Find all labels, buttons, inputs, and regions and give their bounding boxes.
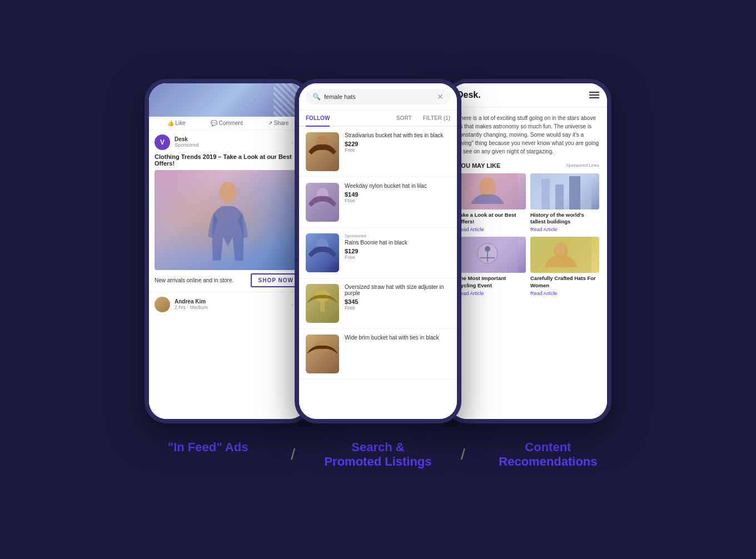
user-time: 2 hrs · Medium [175, 305, 208, 310]
product-name-1: Stradivarius bucket hat with ties in bla… [345, 132, 450, 138]
product-shipping-2: Free [345, 198, 450, 203]
svg-rect-12 [569, 176, 580, 209]
feed-user-post: Andrea Kim 2 hrs · Medium ··· [149, 292, 307, 317]
hamburger-line-2 [589, 94, 599, 96]
logo-dot: . [478, 90, 480, 99]
phone3-wrapper: Desk. There is a lot of exciting stuff g… [445, 79, 611, 423]
share-action[interactable]: ↗ Share [268, 120, 289, 126]
product-thumb-3 [306, 233, 339, 272]
product-item-3[interactable]: Sponsored Rains Boonie hat in black $129… [299, 228, 457, 278]
article-link-4[interactable]: Read Article [530, 291, 599, 296]
product-list: Stradivarius bucket hat with ties in bla… [299, 127, 457, 380]
articles-grid: Take a Look at our Best Offers! Read Art… [457, 173, 599, 296]
product-price-3: $129 [345, 248, 450, 254]
hamburger-menu[interactable] [589, 92, 599, 98]
product-price-4: $345 [345, 298, 450, 305]
svg-rect-10 [541, 179, 550, 209]
product-name-5: Wide brim bucket hat with ties in black [345, 335, 450, 341]
content-body: There is a lot of exciting stuff going o… [449, 107, 607, 303]
product-thumb-1 [306, 132, 339, 171]
product-info-2: Weekday nylon bucket hat in lilac $149 F… [345, 183, 450, 203]
phone2-wrapper: 🔍 female hats ✕ FOLLOW SORT FILTER (1) [295, 79, 461, 423]
article-link-1[interactable]: Read Article [457, 227, 526, 232]
label-search-line1: Search & Promoted Listings [298, 440, 458, 470]
tab-sort[interactable]: SORT [396, 111, 412, 126]
article-title-3: The Most Important Cycling Event [457, 275, 526, 289]
article-card-3[interactable]: The Most Important Cycling Event Read Ar… [457, 237, 526, 296]
product-name-3: Rains Boonie hat in black [345, 239, 450, 246]
phone1-wrapper: 👍 Like 💬 Comment ↗ Share V Desk Sponsore… [145, 79, 311, 423]
ad-title: Clothing Trends 2019 – Take a Look at ou… [155, 153, 301, 167]
phone3-screen: Desk. There is a lot of exciting stuff g… [449, 83, 607, 419]
phone1-frame: 👍 Like 💬 Comment ↗ Share V Desk Sponsore… [145, 79, 311, 423]
tab-follow[interactable]: FOLLOW [306, 111, 330, 127]
comment-action[interactable]: 💬 Comment [211, 120, 243, 126]
divider-1: / [291, 446, 295, 463]
feed-post: V Desk Sponsored ··· Clothing Trends 201… [149, 130, 307, 292]
article-img-2 [530, 173, 599, 209]
sponsored-links-label: Sponsored Links [566, 163, 599, 168]
article-body-text: There is a lot of exciting stuff going o… [457, 114, 599, 156]
article-card-4[interactable]: Carefully Crafted Hats For Women Read Ar… [530, 237, 599, 296]
article-img-1 [457, 173, 526, 209]
divider-2: / [461, 446, 465, 463]
phone2-screen: 🔍 female hats ✕ FOLLOW SORT FILTER (1) [299, 83, 457, 419]
article-title-1: Take a Look at our Best Offers! [457, 212, 526, 226]
feed-actions-bar: 👍 Like 💬 Comment ↗ Share [149, 117, 307, 130]
product-info-3: Sponsored Rains Boonie hat in black $129… [345, 233, 450, 260]
brand-avatar: V [155, 134, 170, 150]
article-card-2[interactable]: History of the world's tallest buildings… [530, 173, 599, 233]
feed-post-header: V Desk Sponsored ··· [155, 134, 301, 150]
search-icon: 🔍 [312, 93, 321, 101]
svg-rect-11 [555, 184, 564, 209]
svg-point-0 [220, 182, 237, 202]
svg-point-8 [479, 177, 496, 197]
hamburger-line-3 [589, 97, 599, 98]
article-link-3[interactable]: Read Article [457, 291, 526, 296]
label-infeed-text: "In Feed" Ads [128, 440, 288, 455]
label-infeed: "In Feed" Ads [128, 440, 288, 470]
product-price-1: $229 [345, 141, 450, 147]
brand-name: Desk [175, 136, 199, 142]
article-link-2[interactable]: Read Article [530, 227, 599, 232]
like-action[interactable]: 👍 Like [167, 120, 186, 126]
product-item-5[interactable]: Wide brim bucket hat with ties in black [299, 329, 457, 380]
label-content-text: Content Recomendations [468, 440, 628, 470]
feed-cta: New arrivals online and in store. SHOP N… [155, 273, 301, 287]
phone1-screen: 👍 Like 💬 Comment ↗ Share V Desk Sponsore… [149, 83, 307, 419]
product-item-4[interactable]: Oversized straw hat with size adjuster i… [299, 278, 457, 329]
article-img-3 [457, 237, 526, 273]
search-query-text: female hats [324, 93, 434, 100]
product-shipping-4: Free [345, 305, 450, 311]
article-img-4 [530, 237, 599, 273]
product-info-5: Wide brim bucket hat with ties in black [345, 335, 450, 343]
search-clear-button[interactable]: ✕ [437, 92, 444, 101]
you-may-like-header: YOU MAY LIKE Sponsored Links [457, 162, 599, 169]
ad-image [155, 170, 301, 270]
product-item-2[interactable]: Weekday nylon bucket hat in lilac $149 F… [299, 177, 457, 228]
product-thumb-4 [306, 284, 339, 323]
phone2-frame: 🔍 female hats ✕ FOLLOW SORT FILTER (1) [295, 79, 461, 423]
product-shipping-3: Free [345, 254, 450, 260]
search-tabs: FOLLOW SORT FILTER (1) [299, 111, 457, 127]
article-card-1[interactable]: Take a Look at our Best Offers! Read Art… [457, 173, 526, 233]
product-price-2: $149 [345, 191, 450, 198]
tab-filter[interactable]: FILTER (1) [423, 111, 450, 126]
shop-now-button[interactable]: SHOP NOW [251, 273, 301, 287]
label-search: Search & Promoted Listings [298, 440, 458, 470]
feed-header-image [149, 83, 307, 117]
svg-point-15 [485, 246, 490, 252]
svg-rect-5 [320, 301, 325, 312]
cta-text: New arrivals online and in store. [155, 277, 233, 283]
label-content: Content Recomendations [468, 440, 628, 470]
sponsored-label: Sponsored [175, 142, 199, 148]
phones-container: 👍 Like 💬 Comment ↗ Share V Desk Sponsore… [145, 79, 611, 423]
product-item-1[interactable]: Stradivarius bucket hat with ties in bla… [299, 127, 457, 177]
product-shipping-1: Free [345, 147, 450, 153]
product-sponsored-3: Sponsored [345, 233, 450, 238]
product-info-1: Stradivarius bucket hat with ties in bla… [345, 132, 450, 153]
content-nav: Desk. [449, 83, 607, 107]
article-title-4: Carefully Crafted Hats For Women [530, 275, 599, 289]
user-avatar [155, 297, 170, 312]
product-thumb-2 [306, 183, 339, 222]
